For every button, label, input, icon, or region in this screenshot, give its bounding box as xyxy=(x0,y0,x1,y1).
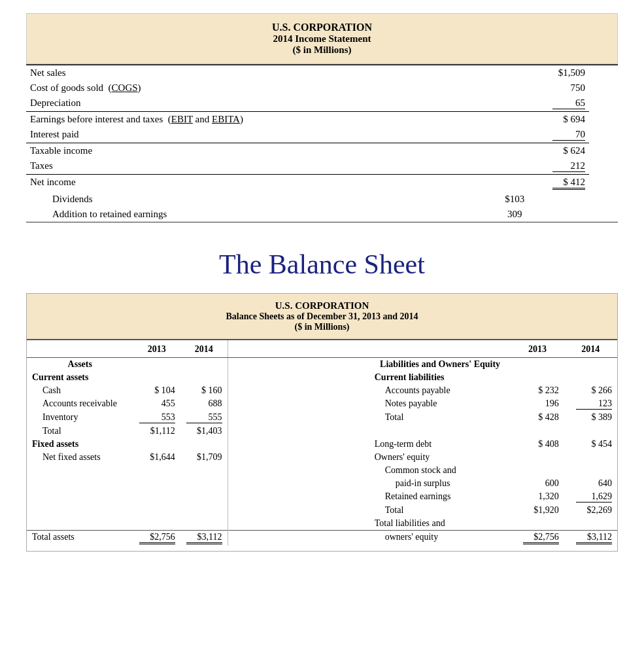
long-term-debt-label: Long-term debt xyxy=(369,438,511,451)
oe-total-2013: $1,920 xyxy=(511,504,564,517)
retained-earnings-label: Addition to retained earnings xyxy=(26,207,441,222)
current-liab-total-2013: $ 428 xyxy=(511,411,564,425)
income-statement: U.S. CORPORATION 2014 Income Statement (… xyxy=(26,13,618,222)
fixed-assets-header-row: Fixed assets Long-term debt $ 408 $ 454 xyxy=(27,438,617,451)
assets-year-2013: 2013 xyxy=(133,340,180,358)
bs-title: Balance Sheets as of December 31, 2013 a… xyxy=(33,311,611,322)
net-sales-row: Net sales $1,509 xyxy=(26,65,618,80)
bs-corp-name: U.S. CORPORATION xyxy=(33,300,611,311)
owners-equity-label: Owners' equity xyxy=(369,451,511,464)
total-liab-oe-2013: $2,756 xyxy=(511,531,564,546)
spacer-row: Total liabilities and xyxy=(27,517,617,531)
current-liab-total-2014: $ 389 xyxy=(564,411,617,425)
assets-year-2014: 2014 xyxy=(180,340,228,358)
inventory-row: Inventory 553 555 Total $ 428 $ 389 xyxy=(27,411,617,425)
taxable-income-value: $ 624 xyxy=(441,143,589,159)
ltd-2013: $ 408 xyxy=(511,438,564,451)
inventory-label: Inventory xyxy=(27,411,133,425)
taxable-income-label: Taxable income xyxy=(26,143,441,159)
retained-earnings-equity-label: Retained earnings xyxy=(369,490,511,504)
balance-sheet: U.S. CORPORATION Balance Sheets as of De… xyxy=(26,293,618,552)
cogs-label: Cost of goods sold (COGS) xyxy=(26,80,441,96)
cogs-value: 750 xyxy=(441,80,589,96)
ar-2014: 688 xyxy=(180,397,228,411)
depreciation-row: Depreciation 65 xyxy=(26,96,618,112)
liab-year-2013: 2013 xyxy=(511,340,564,358)
accounts-payable-2014: $ 266 xyxy=(564,384,617,397)
accounts-payable-label: Accounts payable xyxy=(369,384,511,397)
notes-payable-label: Notes payable xyxy=(369,397,511,411)
taxes-label: Taxes xyxy=(26,158,441,175)
current-assets-total-row: Total $1,112 $1,403 xyxy=(27,425,617,438)
current-assets-total-label: Total xyxy=(27,425,133,438)
cash-2014: $ 160 xyxy=(180,384,228,397)
interest-label: Interest paid xyxy=(26,127,441,143)
total-assets-label: Total assets xyxy=(27,531,133,546)
cogs-row: Cost of goods sold (COGS) 750 xyxy=(26,80,618,96)
liab-section-title: Liabilities and Owners' Equity xyxy=(369,358,511,372)
current-assets-header-row: Current assets Current liabilities xyxy=(27,371,617,384)
current-liab-total-label: Total xyxy=(369,411,511,425)
current-liabilities-label: Current liabilities xyxy=(369,371,511,384)
total-liab-oe-2014: $3,112 xyxy=(564,531,617,546)
balance-sheet-title: The Balance Sheet xyxy=(26,229,618,293)
common-stock-label: Common stock and xyxy=(369,464,511,477)
nfa-2013: $1,644 xyxy=(133,451,180,464)
taxable-income-row: Taxable income $ 624 xyxy=(26,143,618,159)
total-liab-line1: Total liabilities and xyxy=(369,517,511,531)
accounts-receivable-row: Accounts receivable 455 688 Notes payabl… xyxy=(27,397,617,411)
retained-earnings-equity-2014: 1,629 xyxy=(564,490,617,504)
taxes-row: Taxes 212 xyxy=(26,158,618,175)
interest-value: 70 xyxy=(441,127,589,143)
depreciation-value: 65 xyxy=(441,96,589,112)
fixed-assets-label: Fixed assets xyxy=(27,438,133,451)
common-stock-row: Common stock and xyxy=(27,464,617,477)
cash-row: Cash $ 104 $ 160 Accounts payable $ 232 … xyxy=(27,384,617,397)
paid-in-surplus-label: paid-in surplus xyxy=(369,477,511,490)
net-income-value: $ 412 xyxy=(441,175,589,192)
ebit-link[interactable]: EBIT xyxy=(171,114,193,124)
current-assets-total-2013: $1,112 xyxy=(133,425,180,438)
retained-earnings-value: 309 xyxy=(441,207,589,222)
total-assets-2014: $3,112 xyxy=(180,531,228,546)
accounts-payable-2013: $ 232 xyxy=(511,384,564,397)
ebita-link[interactable]: EBITA xyxy=(212,114,240,124)
paid-in-surplus-row: paid-in surplus 600 640 xyxy=(27,477,617,490)
net-fixed-assets-label: Net fixed assets xyxy=(27,451,133,464)
total-assets-row: Total assets $2,756 $3,112 owners' equit… xyxy=(27,531,617,546)
dividends-value: $103 xyxy=(441,192,589,207)
notes-payable-2014: 123 xyxy=(564,397,617,411)
income-table: Net sales $1,509 Cost of goods sold (COG… xyxy=(26,64,618,222)
notes-payable-2013: 196 xyxy=(511,397,564,411)
net-income-row: Net income $ 412 xyxy=(26,175,618,192)
stmt-title: 2014 Income Statement xyxy=(33,33,611,44)
depreciation-label: Depreciation xyxy=(26,96,441,112)
net-fixed-assets-row: Net fixed assets $1,644 $1,709 Owners' e… xyxy=(27,451,617,464)
bottom-spacer xyxy=(27,546,617,551)
current-assets-label: Current assets xyxy=(27,371,133,384)
ebit-label: Earnings before interest and taxes (EBIT… xyxy=(26,112,441,128)
stmt-subtitle: ($ in Millions) xyxy=(33,44,611,56)
interest-row: Interest paid 70 xyxy=(26,127,618,143)
balance-sheet-header: U.S. CORPORATION Balance Sheets as of De… xyxy=(27,294,617,340)
retained-earnings-equity-2013: 1,320 xyxy=(511,490,564,504)
inventory-2014: 555 xyxy=(180,411,228,425)
net-sales-label: Net sales xyxy=(26,65,441,80)
balance-sheet-table: 2013 2014 2013 2014 Assets Liabilities a… xyxy=(27,340,617,551)
inventory-2013: 553 xyxy=(133,411,180,425)
retained-earnings-equity-row: Retained earnings 1,320 1,629 xyxy=(27,490,617,504)
section-headers-row: Assets Liabilities and Owners' Equity xyxy=(27,358,617,372)
cogs-link[interactable]: COGS xyxy=(112,82,138,93)
cash-2013: $ 104 xyxy=(133,384,180,397)
owners-equity-total-row: Total $1,920 $2,269 xyxy=(27,504,617,517)
net-income-label: Net income xyxy=(26,175,441,192)
owners-equity-total-label: Total xyxy=(369,504,511,517)
retained-earnings-row: Addition to retained earnings 309 xyxy=(26,207,618,222)
income-statement-header: U.S. CORPORATION 2014 Income Statement (… xyxy=(26,13,618,64)
ar-2013: 455 xyxy=(133,397,180,411)
net-sales-value: $1,509 xyxy=(441,65,589,80)
paid-in-surplus-2013: 600 xyxy=(511,477,564,490)
liab-year-2014: 2014 xyxy=(564,340,617,358)
ebit-value: $ 694 xyxy=(441,112,589,128)
oe-total-2014: $2,269 xyxy=(564,504,617,517)
